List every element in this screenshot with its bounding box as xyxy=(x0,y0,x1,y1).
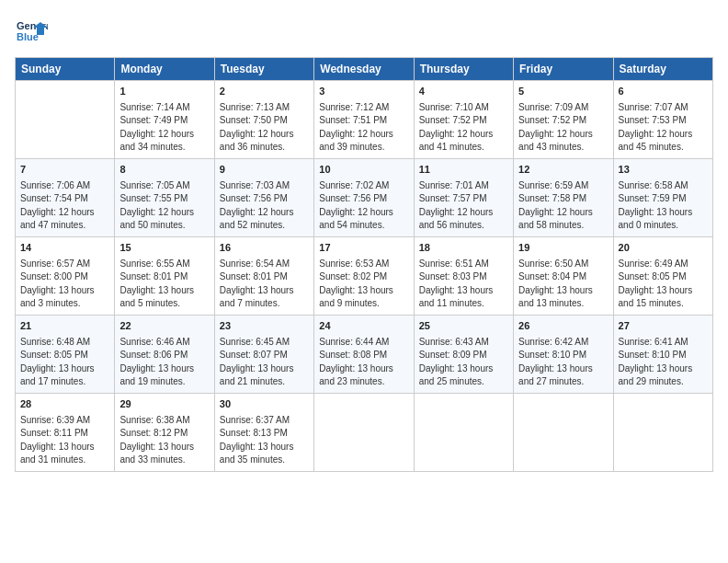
week-row-2: 7Sunrise: 7:06 AMSunset: 7:54 PMDaylight… xyxy=(16,158,713,236)
calendar-cell: 11Sunrise: 7:01 AMSunset: 7:57 PMDayligh… xyxy=(414,158,513,236)
week-row-1: 1Sunrise: 7:14 AMSunset: 7:49 PMDaylight… xyxy=(16,81,713,159)
day-number: 30 xyxy=(220,397,309,412)
calendar-header: SundayMondayTuesdayWednesdayThursdayFrid… xyxy=(16,58,713,81)
day-info: Sunrise: 6:59 AMSunset: 7:58 PMDaylight:… xyxy=(518,179,608,233)
calendar-cell: 4Sunrise: 7:10 AMSunset: 7:52 PMDaylight… xyxy=(414,81,513,159)
week-row-3: 14Sunrise: 6:57 AMSunset: 8:00 PMDayligh… xyxy=(16,236,713,315)
day-info: Sunrise: 6:54 AMSunset: 8:01 PMDaylight:… xyxy=(220,258,309,311)
logo-icon: General Blue xyxy=(15,15,48,48)
day-number: 15 xyxy=(119,241,209,256)
day-info: Sunrise: 6:37 AMSunset: 8:13 PMDaylight:… xyxy=(220,414,309,467)
day-number: 2 xyxy=(220,85,309,99)
day-info: Sunrise: 6:57 AMSunset: 8:00 PMDaylight:… xyxy=(20,258,109,311)
day-number: 17 xyxy=(319,241,408,256)
calendar-cell xyxy=(514,393,613,471)
calendar-cell: 22Sunrise: 6:46 AMSunset: 8:06 PMDayligh… xyxy=(115,315,214,393)
day-number: 10 xyxy=(319,163,408,178)
calendar-cell: 25Sunrise: 6:43 AMSunset: 8:09 PMDayligh… xyxy=(414,315,513,393)
header-day-monday: Monday xyxy=(115,58,214,81)
day-number: 4 xyxy=(419,85,508,99)
calendar-body: 1Sunrise: 7:14 AMSunset: 7:49 PMDaylight… xyxy=(16,81,713,472)
day-number: 13 xyxy=(619,163,708,178)
day-number: 16 xyxy=(220,241,309,256)
day-info: Sunrise: 6:46 AMSunset: 8:06 PMDaylight:… xyxy=(119,336,209,389)
day-info: Sunrise: 6:44 AMSunset: 8:08 PMDaylight:… xyxy=(319,336,408,389)
day-info: Sunrise: 6:50 AMSunset: 8:04 PMDaylight:… xyxy=(518,258,608,311)
logo: General Blue xyxy=(15,15,51,48)
header-day-thursday: Thursday xyxy=(414,58,513,81)
day-number: 28 xyxy=(20,397,109,412)
header-day-tuesday: Tuesday xyxy=(214,58,313,81)
day-info: Sunrise: 6:45 AMSunset: 8:07 PMDaylight:… xyxy=(220,336,309,389)
day-info: Sunrise: 7:02 AMSunset: 7:56 PMDaylight:… xyxy=(319,179,408,233)
calendar-cell: 27Sunrise: 6:41 AMSunset: 8:10 PMDayligh… xyxy=(613,315,712,393)
calendar-cell: 5Sunrise: 7:09 AMSunset: 7:52 PMDaylight… xyxy=(514,81,613,159)
calendar-cell: 1Sunrise: 7:14 AMSunset: 7:49 PMDaylight… xyxy=(115,81,214,159)
day-info: Sunrise: 7:14 AMSunset: 7:49 PMDaylight:… xyxy=(119,101,209,155)
header-row: SundayMondayTuesdayWednesdayThursdayFrid… xyxy=(16,58,713,81)
day-number: 5 xyxy=(518,85,608,99)
header-day-wednesday: Wednesday xyxy=(314,58,414,81)
day-info: Sunrise: 7:10 AMSunset: 7:52 PMDaylight:… xyxy=(419,101,508,155)
header-day-saturday: Saturday xyxy=(613,58,712,81)
day-number: 26 xyxy=(518,319,608,334)
calendar-cell: 21Sunrise: 6:48 AMSunset: 8:05 PMDayligh… xyxy=(16,315,115,393)
week-row-5: 28Sunrise: 6:39 AMSunset: 8:11 PMDayligh… xyxy=(16,393,713,471)
calendar-cell: 17Sunrise: 6:53 AMSunset: 8:02 PMDayligh… xyxy=(314,236,414,315)
calendar-cell xyxy=(16,81,115,159)
calendar-cell: 18Sunrise: 6:51 AMSunset: 8:03 PMDayligh… xyxy=(414,236,513,315)
calendar-cell: 8Sunrise: 7:05 AMSunset: 7:55 PMDaylight… xyxy=(115,158,214,236)
day-info: Sunrise: 7:07 AMSunset: 7:53 PMDaylight:… xyxy=(619,101,708,155)
calendar-cell: 30Sunrise: 6:37 AMSunset: 8:13 PMDayligh… xyxy=(214,393,313,471)
day-info: Sunrise: 7:01 AMSunset: 7:57 PMDaylight:… xyxy=(419,179,508,233)
day-number: 22 xyxy=(119,319,209,334)
calendar-cell: 15Sunrise: 6:55 AMSunset: 8:01 PMDayligh… xyxy=(115,236,214,315)
calendar-cell: 6Sunrise: 7:07 AMSunset: 7:53 PMDaylight… xyxy=(613,81,712,159)
day-number: 21 xyxy=(20,319,109,334)
day-info: Sunrise: 6:55 AMSunset: 8:01 PMDaylight:… xyxy=(119,258,209,311)
day-number: 1 xyxy=(119,85,209,99)
day-info: Sunrise: 7:12 AMSunset: 7:51 PMDaylight:… xyxy=(319,101,408,155)
calendar-cell: 10Sunrise: 7:02 AMSunset: 7:56 PMDayligh… xyxy=(314,158,414,236)
day-number: 3 xyxy=(319,85,408,99)
day-info: Sunrise: 6:39 AMSunset: 8:11 PMDaylight:… xyxy=(20,414,109,467)
day-info: Sunrise: 6:38 AMSunset: 8:12 PMDaylight:… xyxy=(119,414,209,467)
calendar-cell: 28Sunrise: 6:39 AMSunset: 8:11 PMDayligh… xyxy=(16,393,115,471)
day-number: 14 xyxy=(20,241,109,256)
day-number: 11 xyxy=(419,163,508,178)
day-number: 24 xyxy=(319,319,408,334)
svg-text:Blue: Blue xyxy=(17,31,39,42)
calendar-cell: 29Sunrise: 6:38 AMSunset: 8:12 PMDayligh… xyxy=(115,393,214,471)
day-number: 18 xyxy=(419,241,508,256)
calendar-cell: 24Sunrise: 6:44 AMSunset: 8:08 PMDayligh… xyxy=(314,315,414,393)
calendar-cell: 23Sunrise: 6:45 AMSunset: 8:07 PMDayligh… xyxy=(214,315,313,393)
day-info: Sunrise: 6:53 AMSunset: 8:02 PMDaylight:… xyxy=(319,258,408,311)
calendar-cell: 26Sunrise: 6:42 AMSunset: 8:10 PMDayligh… xyxy=(514,315,613,393)
header-day-sunday: Sunday xyxy=(16,58,115,81)
calendar-cell: 16Sunrise: 6:54 AMSunset: 8:01 PMDayligh… xyxy=(214,236,313,315)
day-number: 20 xyxy=(619,241,708,256)
day-number: 7 xyxy=(20,163,109,178)
day-number: 25 xyxy=(419,319,508,334)
calendar-cell xyxy=(613,393,712,471)
calendar-table: SundayMondayTuesdayWednesdayThursdayFrid… xyxy=(15,57,713,472)
day-number: 23 xyxy=(220,319,309,334)
header-day-friday: Friday xyxy=(514,58,613,81)
calendar-cell: 9Sunrise: 7:03 AMSunset: 7:56 PMDaylight… xyxy=(214,158,313,236)
day-info: Sunrise: 7:06 AMSunset: 7:54 PMDaylight:… xyxy=(20,179,109,233)
calendar-cell: 19Sunrise: 6:50 AMSunset: 8:04 PMDayligh… xyxy=(514,236,613,315)
calendar-cell xyxy=(414,393,513,471)
day-info: Sunrise: 7:09 AMSunset: 7:52 PMDaylight:… xyxy=(518,101,608,155)
page-header: General Blue xyxy=(15,15,713,48)
day-number: 27 xyxy=(619,319,708,334)
day-number: 6 xyxy=(619,85,708,99)
day-info: Sunrise: 7:05 AMSunset: 7:55 PMDaylight:… xyxy=(119,179,209,233)
day-number: 29 xyxy=(119,397,209,412)
day-number: 8 xyxy=(119,163,209,178)
week-row-4: 21Sunrise: 6:48 AMSunset: 8:05 PMDayligh… xyxy=(16,315,713,393)
calendar-cell: 2Sunrise: 7:13 AMSunset: 7:50 PMDaylight… xyxy=(214,81,313,159)
day-info: Sunrise: 6:51 AMSunset: 8:03 PMDaylight:… xyxy=(419,258,508,311)
calendar-cell: 7Sunrise: 7:06 AMSunset: 7:54 PMDaylight… xyxy=(16,158,115,236)
day-info: Sunrise: 6:58 AMSunset: 7:59 PMDaylight:… xyxy=(619,179,708,233)
day-info: Sunrise: 7:03 AMSunset: 7:56 PMDaylight:… xyxy=(220,179,309,233)
